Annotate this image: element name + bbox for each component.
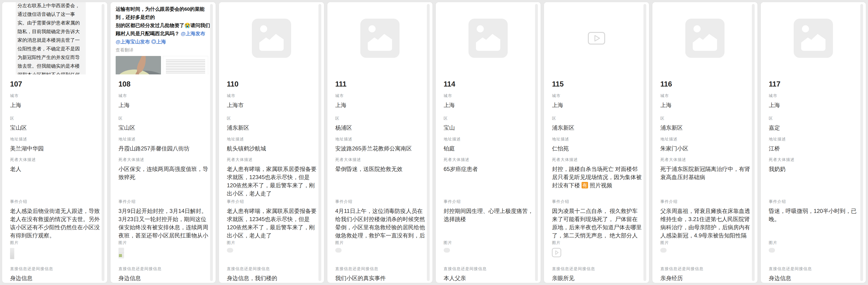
- record-card: 分左右联系上中华西居委会，通过微信语音确认了这一事实。由于需要保护患者家属的隐私…: [2, 2, 107, 283]
- field-value-city: 上海: [10, 101, 100, 109]
- field-label-event: 事件介绍: [769, 200, 859, 204]
- field-label-info-type: 直接信息还是间接信息: [660, 266, 750, 271]
- field-city: 城市 上海: [10, 94, 100, 116]
- card-scrollbar[interactable]: [860, 4, 863, 281]
- image-thumbnail[interactable]: [444, 248, 450, 253]
- image-thumbnail-slot: [444, 248, 534, 259]
- field-address: 地址描述 朱家门小区: [660, 137, 750, 157]
- card-body: 111 城市 上海 区 杨浦区 地址描述 安波路265弄兰花教师公寓南区 死者大…: [327, 74, 432, 282]
- field-label-deceased: 死者大体描述: [552, 157, 642, 162]
- field-value-info-type: 身边信息，我们楼的: [227, 274, 317, 282]
- field-value-info-type: 我们小区的真实事件: [335, 274, 426, 282]
- field-event: 事件介绍 昏迷，呼吸微弱，120半小时到，已晚。: [769, 200, 859, 241]
- field-label-event: 事件介绍: [227, 200, 317, 204]
- field-label-district: 区: [769, 116, 859, 121]
- card-media: [544, 2, 649, 74]
- field-value-district: 浦东新区: [552, 123, 642, 132]
- image-thumbnail[interactable]: [10, 248, 14, 259]
- field-value-address: 朱家门小区: [660, 144, 750, 152]
- image-thumbnail[interactable]: [227, 248, 233, 253]
- field-value-district: 宝山区: [119, 123, 209, 132]
- field-deceased: 死者大体描述 老人患有哮喘，家属联系居委报备要求就医，12345也表示尽快，但是…: [227, 157, 317, 200]
- field-event: 事件介绍 父亲周嘉祖，肾衰且瘫痪在床靠血透维持生命，3.21住进第七人民医院肾病…: [660, 200, 750, 241]
- field-label-district: 区: [660, 116, 750, 121]
- field-district: 区 宝山: [444, 116, 534, 137]
- field-deceased: 死者大体描述 我奶奶: [769, 157, 859, 200]
- card-scrollbar[interactable]: [752, 4, 755, 281]
- field-info-type: 直接信息还是间接信息 身边信息: [10, 266, 100, 282]
- field-value-info-type: 亲眼所见: [552, 274, 642, 282]
- field-deceased: 死者大体描述 封控，跳楼自杀当场死亡 对面楼邻居只看见听见现场情况，因为集体被封…: [552, 157, 642, 200]
- post-text-screenshot-image: [163, 56, 208, 74]
- field-label-deceased: 死者大体描述: [10, 157, 100, 162]
- card-body: 115 城市 上海 区 浦东新区 地址描述 仁怡苑 死者大体描述 封控，跳楼自杀…: [544, 74, 649, 282]
- post-image-cabbage-photo: [116, 56, 161, 74]
- field-district: 区 宝山区: [10, 116, 100, 137]
- field-info-type: 直接信息还是间接信息 亲身经历: [660, 266, 750, 282]
- field-label-city: 城市: [769, 94, 859, 98]
- image-thumbnail-slot: [335, 248, 426, 259]
- field-label-deceased: 死者大体描述: [335, 157, 426, 162]
- field-value-district: 宝山: [444, 123, 534, 132]
- post-mention-links[interactable]: @上海发布 @上海宝山发布 ◎上海: [116, 31, 205, 44]
- field-label-city: 城市: [119, 94, 209, 98]
- field-city: 城市 上海: [660, 94, 750, 116]
- field-city: 城市 上海: [769, 94, 859, 116]
- card-scrollbar[interactable]: [535, 4, 538, 281]
- image-thumbnail[interactable]: [660, 248, 666, 253]
- field-district: 区 杨浦区: [335, 116, 426, 137]
- card-body: 110 城市 上海市 区 浦东新区 地址描述 航头镇鹤沙航城 死者大体描述 老人…: [219, 74, 324, 282]
- field-event: 事件介绍 3月9日起开始封控，3月14日解封。3月23日又一轮封控开始，期间这位…: [119, 200, 209, 241]
- video-play-icon[interactable]: [552, 248, 561, 257]
- image-thumbnail[interactable]: [769, 248, 775, 253]
- card-scrollbar[interactable]: [644, 4, 646, 281]
- field-value-city: 上海: [444, 101, 534, 109]
- field-value-info-type: 身边信息: [119, 274, 209, 282]
- record-number: 115: [552, 80, 642, 88]
- field-value-district: 宝山区: [10, 123, 100, 132]
- field-label-image: 图片: [10, 241, 100, 245]
- field-label-event: 事件介绍: [444, 200, 534, 204]
- card-scrollbar[interactable]: [210, 4, 213, 281]
- field-event: 事件介绍 因为凌晨十二点自杀， 很久救护车来了可能看到现场死了， 尸体留在原地，…: [552, 200, 642, 241]
- field-info-type: 直接信息还是间接信息 身边信息: [769, 266, 859, 282]
- field-value-city: 上海: [769, 101, 859, 109]
- social-post-screenshot: 运输有时间，为什么跟居委会的60的菜能到，还好多是烂的 别的区都已经分发过几批物…: [111, 2, 216, 74]
- image-thumbnail[interactable]: [119, 248, 124, 258]
- field-value-district: 杨浦区: [335, 123, 426, 132]
- field-label-address: 地址描述: [335, 137, 426, 142]
- field-address: 地址描述 铂庭: [444, 137, 534, 157]
- field-label-image: 图片: [444, 241, 534, 245]
- field-value-city: 上海: [552, 101, 642, 109]
- field-value-deceased: 晕倒昏迷，送医院抢救无效: [335, 165, 426, 173]
- records-board: 分左右联系上中华西居委会，通过微信语音确认了这一事实。由于需要保护患者家属的隐私…: [0, 0, 868, 285]
- field-image: 图片: [660, 241, 750, 266]
- field-district: 区 浦东新区: [227, 116, 317, 137]
- field-label-info-type: 直接信息还是间接信息: [10, 266, 100, 271]
- field-label-address: 地址描述: [119, 137, 209, 142]
- card-scrollbar[interactable]: [318, 4, 321, 281]
- field-district: 区 浦东新区: [660, 116, 750, 137]
- field-image: 图片: [444, 241, 534, 266]
- card-scrollbar[interactable]: [102, 4, 104, 281]
- field-address: 地址描述 安波路265弄兰花教师公寓南区: [335, 137, 426, 157]
- card-scrollbar[interactable]: [427, 4, 430, 281]
- field-value-event: 老人患有哮喘，家属联系居委报备要求就医，12345也表示尽快，但是120依然来不…: [227, 207, 317, 240]
- image-thumbnail[interactable]: [335, 248, 342, 253]
- record-card: 114 城市 上海 区 宝山 地址描述 铂庭 死者大体描述 65岁癌症患者 事件…: [436, 2, 541, 283]
- field-value-city: 上海: [119, 101, 209, 109]
- tiny-text-lines: [166, 59, 205, 74]
- record-number: 116: [660, 80, 750, 88]
- field-label-city: 城市: [660, 94, 750, 98]
- record-number: 110: [227, 80, 317, 88]
- field-label-deceased: 死者大体描述: [119, 157, 209, 162]
- field-info-type: 直接信息还是间接信息 我们小区的真实事件: [335, 266, 426, 282]
- record-number: 111: [335, 80, 426, 88]
- field-label-image: 图片: [119, 241, 209, 245]
- field-value-event: 老人感染后物业街道无人跟进，导致老人在没有救援的情况下去世。另外该小区还有不少阳…: [10, 207, 100, 240]
- view-translation-link[interactable]: 查看翻译: [116, 47, 211, 53]
- field-label-city: 城市: [444, 94, 534, 98]
- card-media: [327, 2, 432, 74]
- record-number: 108: [119, 80, 209, 88]
- field-address: 地址描述 仁怡苑: [552, 137, 642, 157]
